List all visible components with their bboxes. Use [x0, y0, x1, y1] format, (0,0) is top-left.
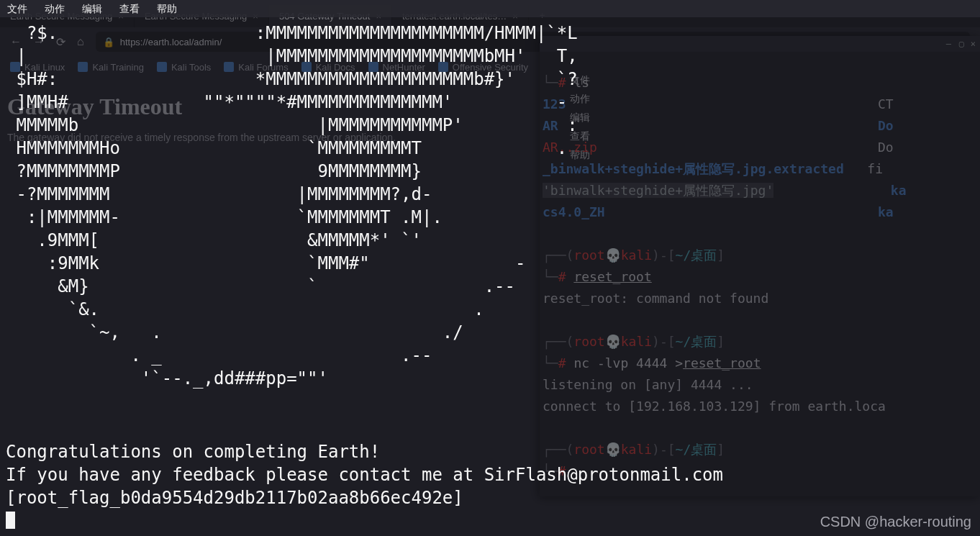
primary-terminal[interactable]: 文件 动作 编辑 查看 帮助 ?$. :MMMMMMMMMMMMMMMMMMMM…: [0, 0, 980, 536]
menu-item[interactable]: 帮助: [157, 3, 177, 14]
congrats-line: If you have any feedback please contact …: [6, 465, 723, 485]
root-flag: [root_flag_b0da9554d29db2117b02aa8b66ec4…: [6, 488, 463, 508]
watermark: CSDN @hacker-routing: [820, 514, 971, 530]
terminal-menu: 文件 动作 编辑 查看 帮助: [0, 0, 980, 17]
terminal-cursor: [6, 512, 15, 529]
menu-item[interactable]: 文件: [7, 3, 27, 14]
congrats-line: Congratulations on completing Earth!: [6, 442, 380, 462]
menu-item[interactable]: 动作: [45, 3, 65, 14]
menu-item[interactable]: 编辑: [82, 3, 102, 14]
congrats-output: Congratulations on completing Earth! If …: [6, 440, 723, 532]
ascii-art: ?$. :MMMMMMMMMMMMMMMMMMMMM/HMMM|`*L | |M…: [6, 22, 702, 390]
menu-item[interactable]: 查看: [119, 3, 140, 14]
